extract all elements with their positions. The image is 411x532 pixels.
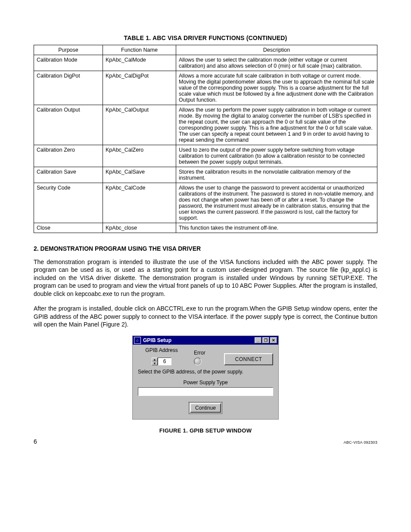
cell-desc: Allows the user to select the calibratio… [176, 55, 377, 71]
cell-purpose: Calibration Save [34, 167, 103, 183]
cell-desc: Used to zero the output of the power sup… [176, 145, 377, 167]
section-2-heading: 2. DEMONSTRATION PROGRAM USING THE VISA … [34, 245, 377, 252]
table-row: Calibration Zero KpAbc_CalZero Used to z… [34, 145, 377, 167]
cell-func: KpAbc_CalSave [103, 167, 176, 183]
stepper-down-icon[interactable]: ▼ [152, 361, 158, 365]
cell-purpose: Calibration Output [34, 105, 103, 145]
error-label: Error [194, 350, 215, 356]
cell-desc: This function takes the instrument off-l… [176, 223, 377, 233]
col-header-purpose: Purpose [34, 45, 103, 55]
cell-func: KpAbc_close [103, 223, 176, 233]
cell-desc: Allows a more accurate full scale calibr… [176, 71, 377, 105]
minimize-button[interactable]: _ [255, 337, 262, 343]
gpib-address-stepper[interactable]: ▲ ▼ [152, 358, 171, 365]
gpib-address-label: GPIB Address [138, 347, 185, 353]
table-title: TABLE 1. ABC VISA DRIVER FUNCTIONS (CONT… [34, 34, 377, 41]
cell-purpose: Calibration Zero [34, 145, 103, 167]
window-title: GPIB Setup [143, 337, 171, 343]
figure-1-caption: FIGURE 1. GPIB SETUP WINDOW [34, 427, 377, 434]
cell-func: KpAbc_CalZero [103, 145, 176, 167]
col-header-description: Description [176, 45, 377, 55]
page-number: 6 [34, 438, 37, 445]
table-row: Calibration Output KpAbc_CalOutput Allow… [34, 105, 377, 145]
section-2-para-2: After the program is installed, double c… [34, 305, 377, 328]
cell-func: KpAbc_CalCode [103, 183, 176, 223]
col-header-function: Function Name [103, 45, 176, 55]
continue-button-label: Continue [190, 403, 221, 413]
connect-button[interactable]: CONNECT [224, 353, 273, 365]
gpib-hint-text: Select the GPIB address, of the power su… [138, 369, 273, 375]
power-supply-type-field[interactable] [138, 387, 273, 396]
maximize-button[interactable]: ❐ [262, 337, 269, 343]
table-row: Close KpAbc_close This function takes th… [34, 223, 377, 233]
gpib-address-input[interactable] [158, 358, 171, 365]
visa-functions-table: Purpose Function Name Description Calibr… [34, 45, 377, 233]
error-led-icon [194, 358, 202, 365]
table-row: Calibration DigPot KpAbc_CalDigPot Allow… [34, 71, 377, 105]
figure-1: ⌂ GPIB Setup _ ❐ ✕ GPIB Address ▲ ▼ [34, 336, 377, 420]
cell-purpose: Security Code [34, 183, 103, 223]
stepper-up-icon[interactable]: ▲ [152, 358, 158, 361]
section-2-para-1: The demonstration program is intended to… [34, 258, 377, 298]
titlebar: ⌂ GPIB Setup _ ❐ ✕ [133, 336, 278, 345]
cell-purpose: Calibration DigPot [34, 71, 103, 105]
cell-purpose: Calibration Mode [34, 55, 103, 71]
cell-desc: Stores the calibration results in the no… [176, 167, 377, 183]
gpib-setup-window: ⌂ GPIB Setup _ ❐ ✕ GPIB Address ▲ ▼ [132, 336, 279, 420]
cell-func: KpAbc_CalDigPot [103, 71, 176, 105]
table-row: Calibration Save KpAbc_CalSave Stores th… [34, 167, 377, 183]
cell-desc: Allows the user to change the password t… [176, 183, 377, 223]
document-id: ABC-VISA 092303 [343, 440, 377, 445]
close-button[interactable]: ✕ [270, 337, 277, 343]
table-row: Security Code KpAbc_CalCode Allows the u… [34, 183, 377, 223]
power-supply-type-label: Power Supply Type [138, 380, 273, 386]
table-row: Calibration Mode KpAbc_CalMode Allows th… [34, 55, 377, 71]
cell-func: KpAbc_CalOutput [103, 105, 176, 145]
app-icon: ⌂ [134, 337, 141, 344]
cell-desc: Allows the user to perform the power sup… [176, 105, 377, 145]
cell-func: KpAbc_CalMode [103, 55, 176, 71]
cell-purpose: Close [34, 223, 103, 233]
continue-button[interactable]: Continue [189, 402, 222, 414]
